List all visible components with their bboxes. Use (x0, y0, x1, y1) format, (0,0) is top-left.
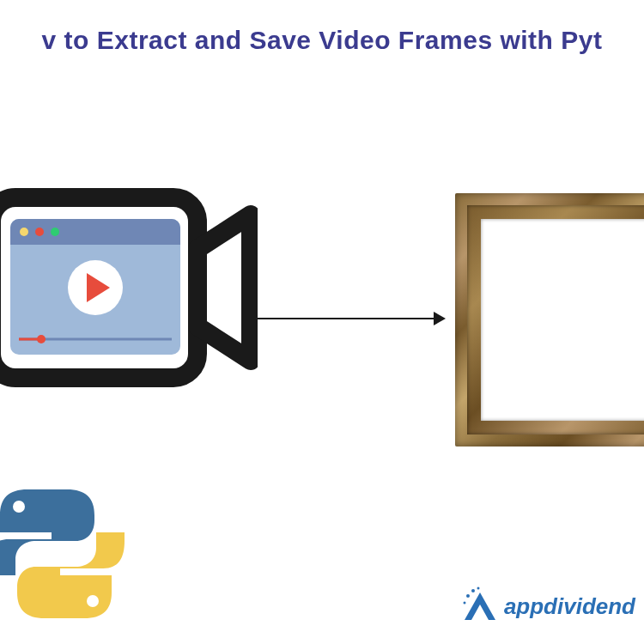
python-logo-icon (0, 481, 129, 630)
appdividend-logo-icon (461, 586, 499, 627)
svg-point-14 (471, 589, 475, 592)
svg-rect-3 (10, 234, 180, 245)
picture-frame-icon (455, 193, 644, 447)
brand-logo: appdividend (461, 586, 635, 627)
svg-point-5 (35, 228, 44, 236)
page-title: v to Extract and Save Video Frames with … (0, 26, 644, 55)
video-camera-icon (0, 172, 258, 398)
svg-point-12 (87, 595, 99, 607)
brand-text: appdividend (504, 593, 635, 620)
svg-point-16 (463, 602, 465, 605)
arrow-right-icon (258, 318, 438, 319)
svg-point-6 (51, 228, 59, 236)
svg-point-11 (13, 501, 25, 513)
svg-point-4 (20, 228, 28, 236)
arrow-head-icon (434, 312, 446, 325)
svg-point-15 (477, 587, 479, 590)
svg-point-13 (466, 594, 470, 598)
